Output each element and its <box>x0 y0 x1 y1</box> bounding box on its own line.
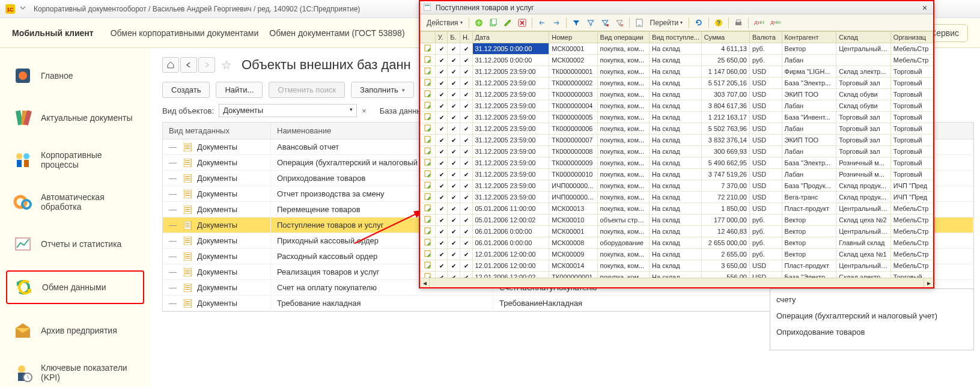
find-prev-icon[interactable] <box>535 16 549 29</box>
cell-meta: —Документы <box>163 202 271 217</box>
filter-clear-icon[interactable] <box>613 16 626 29</box>
sidebar-item[interactable]: Отчеты и статистика <box>6 228 144 260</box>
popup-row[interactable]: 12.01.2006 12:00:02ТК000000001покупка, к… <box>421 272 933 278</box>
app-menu-dropdown-icon[interactable] <box>19 4 29 14</box>
popup-row[interactable]: 31.12.2005 23:59:00ТК000000006покупка, к… <box>421 123 933 135</box>
popup-row[interactable]: 06.01.2006 0:00:00МСК00008оборудованиеНа… <box>421 237 933 249</box>
popup-row[interactable]: 12.01.2006 12:00:00МСК00009покупка, ком.… <box>421 249 933 260</box>
popup-col-header[interactable]: Дата <box>472 32 549 43</box>
sidebar-item[interactable]: Архив предприятия <box>6 315 144 346</box>
doc-row-icon <box>424 159 431 166</box>
popup-row[interactable]: 31.12.2005 23:59:00ИЧП000000...покупка, … <box>421 180 933 192</box>
popup-titlebar[interactable]: Поступления товаров и услуг × <box>420 1 933 14</box>
cell-date: 31.12.2005 23:59:00 <box>472 192 549 203</box>
cell-cur: USD <box>749 272 782 278</box>
popup-col-header[interactable]: Н. <box>460 32 472 43</box>
delete-icon[interactable] <box>516 16 529 29</box>
nav-home-button[interactable] <box>162 57 179 73</box>
refresh-icon[interactable] <box>692 16 705 29</box>
right-panel-item[interactable]: Оприходование товаров <box>776 328 967 337</box>
popup-row[interactable]: 31.12.2005 0:00:00МСК00001покупка, ком..… <box>421 43 933 55</box>
help-icon[interactable]: ? <box>712 16 725 29</box>
popup-row[interactable]: 05.01.2006 11:00:00МСК00013покупка, ком.… <box>421 203 933 215</box>
sidebar-item[interactable]: Обмен данными <box>6 270 144 304</box>
filter-1-icon[interactable] <box>570 16 583 29</box>
edit-icon[interactable] <box>501 16 514 29</box>
popup-row[interactable]: 31.12.2005 23:59:00ТК000000001покупка, к… <box>421 66 933 78</box>
popup-col-header[interactable]: Организац <box>890 32 933 43</box>
popup-row[interactable]: 31.12.2005 23:59:00ТК000000009покупка, к… <box>421 157 933 169</box>
popup-col-header[interactable]: Сумма <box>701 32 749 43</box>
popup-h-scrollbar[interactable]: ◂ ▸ <box>420 278 933 287</box>
popup-row[interactable]: 31.12.2005 23:59:00ТК000000004покупка, к… <box>421 100 933 112</box>
find-button[interactable]: Найти... <box>216 82 263 98</box>
popup-col-header[interactable]: Вид поступле... <box>650 32 702 43</box>
cell-num: ИЧП000000... <box>549 192 597 203</box>
nav-forward-button[interactable] <box>198 57 215 73</box>
popup-row[interactable]: 05.01.2006 12:00:02МСК00010объекты стро.… <box>421 215 933 226</box>
popup-row[interactable]: 06.01.2006 0:00:00МСК00001покупка, ком..… <box>421 226 933 237</box>
popup-row[interactable]: 31.12.2005 23:59:00ТК000000010покупка, к… <box>421 169 933 180</box>
popup-row[interactable]: 31.12.2005 23:59:00ТК000000003покупка, к… <box>421 89 933 100</box>
separator <box>566 17 567 28</box>
popup-col-header[interactable]: Б. <box>448 32 460 43</box>
print-icon[interactable] <box>732 16 745 29</box>
create-button[interactable]: Создать <box>162 82 210 98</box>
cancel-find-button[interactable]: Отменить поиск <box>269 82 345 98</box>
popup-grid[interactable]: У.Б.Н.ДатаНомерВид операцииВид поступле.… <box>420 31 933 278</box>
popup-col-header[interactable]: Вид операции <box>597 32 650 43</box>
sidebar-item[interactable]: Главное <box>6 60 144 91</box>
find-next-icon[interactable] <box>550 16 563 29</box>
popup-col-header[interactable] <box>421 32 436 43</box>
favorite-star-icon[interactable]: ☆ <box>221 58 236 72</box>
cell-org: МебельСтр <box>890 55 933 66</box>
nav-link-exchange-gost[interactable]: Обмен документами (ГОСТ 53898) <box>269 28 404 38</box>
add-icon[interactable] <box>472 16 485 29</box>
popup-row[interactable]: 31.12.2005 23:59:00ИЧП000000...покупка, … <box>421 192 933 203</box>
nav-link-exchange-corp[interactable]: Обмен корпоративными документами <box>111 28 259 38</box>
dtkt-icon[interactable]: ДтКт <box>752 16 767 29</box>
popup-row[interactable]: 31.12.2005 23:59:00ТК000000008покупка, к… <box>421 146 933 157</box>
popup-row[interactable]: 31.12.2005 23:59:00ТК000000007покупка, к… <box>421 135 933 146</box>
cell-sum: 3 804 617,36 <box>701 100 749 112</box>
sidebar-item[interactable]: Автоматическая обработка <box>6 186 144 218</box>
new-doc-icon[interactable] <box>633 16 646 29</box>
dtkt2-icon[interactable]: ДтКт <box>768 16 784 29</box>
sidebar-item[interactable]: Актуальные документы <box>6 102 144 133</box>
cell-ka: Вега-транс <box>782 192 836 203</box>
right-panel-item[interactable]: Операция (бухгалтерский и налоговый учет… <box>776 311 967 320</box>
copy-icon[interactable] <box>487 16 500 29</box>
svg-rect-44 <box>185 242 190 243</box>
actions-menu[interactable]: Действия <box>424 16 466 29</box>
popup-col-header[interactable]: У. <box>435 32 448 43</box>
popup-row[interactable]: 12.01.2006 12:00:00МСК00014покупка, ком.… <box>421 260 933 272</box>
sidebar-item[interactable]: Ключевые показатели (KPI) <box>6 357 144 387</box>
cell-wh: Центральный ... <box>836 226 891 237</box>
filter-3-icon[interactable] <box>598 16 612 29</box>
popup-row[interactable]: 31.12.2005 0:00:00МСК00002покупка, ком..… <box>421 55 933 66</box>
doc-row-icon <box>424 67 431 75</box>
cell-check-b <box>448 226 460 237</box>
popup-row[interactable]: 31.12.2005 23:59:00ТК000000005покупка, к… <box>421 112 933 123</box>
clear-obj-type-icon[interactable]: × <box>362 106 367 115</box>
col-meta-header[interactable]: Вид метаданных <box>163 123 271 139</box>
popup-row[interactable]: 31.12.2005 23:59:00ТК000000002покупка, к… <box>421 78 933 89</box>
cell-check-u <box>435 237 448 249</box>
cell-check-u <box>435 78 448 89</box>
popup-close-icon[interactable]: × <box>920 3 930 13</box>
nav-back-button[interactable] <box>180 57 197 73</box>
filter-2-icon[interactable] <box>584 16 597 29</box>
obj-type-select[interactable]: Документы <box>219 104 357 117</box>
cell-num: ТК000000001 <box>549 66 597 78</box>
popup-col-header[interactable]: Склад <box>836 32 891 43</box>
scroll-right-icon[interactable]: ▸ <box>924 278 933 287</box>
popup-col-header[interactable]: Контрагент <box>782 32 836 43</box>
right-panel-item[interactable]: счету <box>776 295 967 304</box>
popup-col-header[interactable]: Валюта <box>749 32 782 43</box>
fill-button[interactable]: Заполнить <box>351 82 414 98</box>
scroll-left-icon[interactable]: ◂ <box>420 278 430 287</box>
goto-menu[interactable]: Перейти <box>647 16 686 29</box>
cell-check-u <box>435 135 448 146</box>
popup-col-header[interactable]: Номер <box>549 32 597 43</box>
sidebar-item[interactable]: Корпоративные процессы <box>6 144 144 175</box>
